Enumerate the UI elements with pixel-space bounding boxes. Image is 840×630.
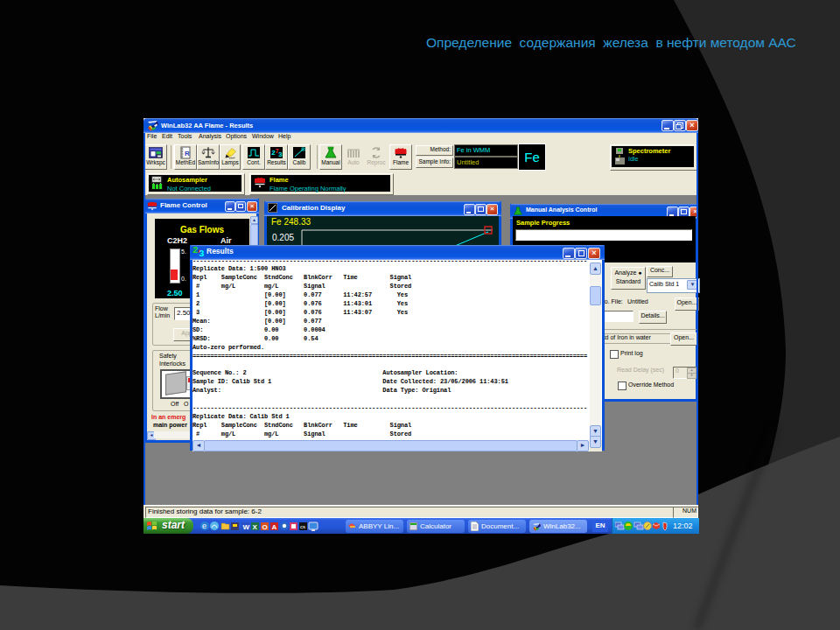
svg-text:A: A (272, 523, 277, 531)
svg-text:O: O (262, 523, 268, 531)
svg-text:3: 3 (278, 150, 283, 158)
svg-text:W: W (243, 523, 250, 531)
svg-text:X: X (253, 523, 258, 531)
svg-text:e: e (202, 522, 206, 530)
svg-text:R: R (185, 150, 190, 158)
svg-text:cs: cs (300, 524, 305, 529)
